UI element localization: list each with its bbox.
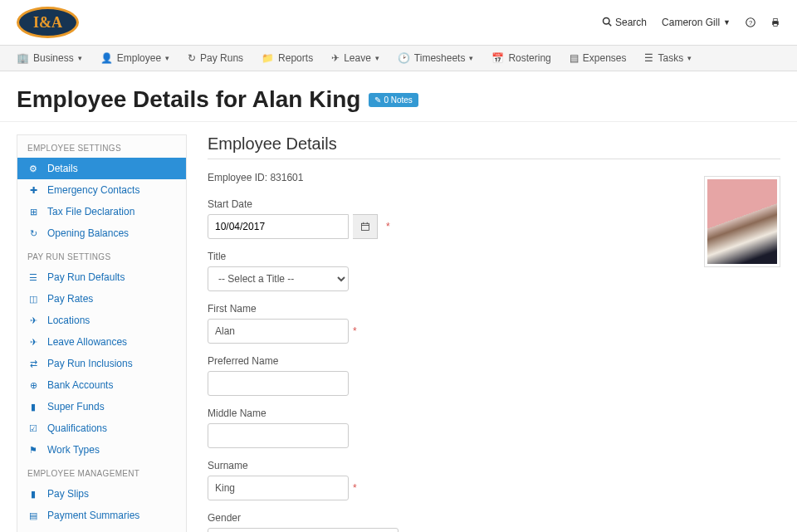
card-icon: ▤ — [570, 52, 579, 64]
refresh-icon: ↻ — [27, 228, 39, 239]
field-gender: Gender - Select - — [208, 512, 780, 532]
nav-bar: 🏢Business▾ 👤Employee▾ ↻Pay Runs 📁Reports… — [0, 45, 797, 71]
field-start-date: Start Date * — [208, 198, 780, 239]
sidebar-item-emergency[interactable]: ✚Emergency Contacts — [17, 179, 186, 201]
required-indicator: * — [353, 482, 357, 494]
svg-rect-6 — [774, 24, 778, 27]
field-title: Title -- Select a Title -- — [208, 251, 780, 291]
svg-point-0 — [604, 17, 610, 24]
surname-input[interactable] — [208, 476, 349, 500]
refresh-icon: ↻ — [188, 52, 196, 64]
sidebar-item-payruninc[interactable]: ⇄Pay Run Inclusions — [17, 353, 186, 374]
flag-icon: ⚑ — [27, 445, 39, 456]
plus-icon: ✚ — [27, 185, 39, 196]
doc-icon: ▮ — [27, 489, 39, 500]
sidebar-item-label: Super Funds — [47, 401, 105, 412]
nav-reports[interactable]: 📁Reports — [262, 52, 313, 64]
sidebar-item-payrundefaults[interactable]: ☰Pay Run Defaults — [17, 266, 186, 288]
nav-tasks[interactable]: ☰Tasks▾ — [644, 52, 692, 64]
top-right-group: Search Cameron Gill ▼ ? — [602, 17, 780, 29]
employee-id-value: 831601 — [270, 172, 303, 183]
user-icon: 👤 — [100, 52, 113, 64]
sidebar-heading: PAY RUN SETTINGS — [17, 244, 186, 266]
sidebar-item-bank[interactable]: ⊕Bank Accounts — [17, 374, 186, 396]
search-icon — [602, 17, 612, 29]
nav-employee[interactable]: 👤Employee▾ — [100, 52, 169, 64]
first-name-label: First Name — [208, 303, 780, 315]
nav-business[interactable]: 🏢Business▾ — [17, 52, 82, 64]
field-middle-name: Middle Name — [208, 408, 780, 448]
sidebar-item-super[interactable]: ▮Super Funds — [17, 396, 186, 417]
sidebar-item-label: Pay Run Inclusions — [47, 358, 133, 369]
search-label: Search — [615, 17, 647, 28]
caret-icon: ▾ — [687, 54, 692, 62]
notes-badge[interactable]: ✎ 0 Notes — [369, 93, 418, 107]
main-layout: EMPLOYEE SETTINGS ⚙Details ✚Emergency Co… — [0, 122, 797, 532]
sidebar-item-payslips[interactable]: ▮Pay Slips — [17, 483, 186, 505]
title-select[interactable]: -- Select a Title -- — [208, 266, 349, 291]
user-name: Cameron Gill — [662, 17, 720, 28]
grid-icon: ⊞ — [27, 207, 39, 217]
sidebar-item-qualifications[interactable]: ☑Qualifications — [17, 417, 186, 439]
nav-payruns[interactable]: ↻Pay Runs — [188, 52, 243, 64]
nav-expenses[interactable]: ▤Expenses — [570, 52, 627, 64]
user-menu[interactable]: Cameron Gill ▼ — [662, 17, 731, 28]
start-date-label: Start Date — [208, 198, 780, 210]
sidebar-item-label: Opening Balances — [47, 227, 129, 239]
sidebar-item-payrates[interactable]: ◫Pay Rates — [17, 288, 186, 310]
building-icon: 🏢 — [17, 52, 29, 64]
surname-label: Surname — [208, 460, 780, 471]
sidebar-item-label: Details — [47, 163, 78, 174]
avatar-image — [707, 179, 777, 264]
svg-rect-7 — [361, 223, 369, 230]
sidebar-heading: EMPLOYEE SETTINGS — [17, 135, 186, 158]
content-area: Employee Details Employee ID: 831601 Sta… — [208, 134, 780, 532]
sidebar-item-worktypes[interactable]: ⚑Work Types — [17, 439, 186, 461]
caret-icon: ▾ — [469, 54, 473, 62]
employee-avatar[interactable] — [704, 176, 780, 267]
sidebar-item-label: Bank Accounts — [47, 379, 113, 391]
help-button[interactable]: ? — [746, 17, 755, 27]
calendar-icon: 📅 — [491, 52, 504, 64]
nav-rostering[interactable]: 📅Rostering — [491, 52, 550, 64]
caret-icon: ▾ — [165, 54, 169, 62]
sidebar-item-paymentsum[interactable]: ▤Payment Summaries — [17, 505, 186, 526]
sidebar-item-locations[interactable]: ✈Locations — [17, 310, 186, 331]
gender-select[interactable]: - Select - — [208, 528, 398, 532]
sidebar-item-label: Qualifications — [47, 422, 107, 434]
sidebar-item-label: Payment Summaries — [47, 510, 139, 521]
middle-name-input[interactable] — [208, 423, 349, 448]
sidebar-item-taxfile[interactable]: ⊞Tax File Declaration — [17, 201, 186, 222]
calendar-button[interactable] — [353, 214, 378, 239]
sidebar-item-label: Pay Rates — [47, 293, 93, 305]
field-first-name: First Name * — [208, 303, 780, 344]
sidebar-item-label: Tax File Declaration — [47, 206, 134, 217]
nav-timesheets[interactable]: 🕑Timesheets▾ — [398, 52, 474, 64]
sidebar-item-label: Work Types — [47, 444, 100, 456]
summary-icon: ▤ — [27, 510, 39, 521]
start-date-input[interactable] — [208, 214, 349, 239]
page-title-row: Employee Details for Alan King ✎ 0 Notes — [0, 71, 797, 122]
money-icon: ◫ — [27, 294, 39, 305]
sidebar-item-label: Emergency Contacts — [47, 184, 139, 196]
plane-icon: ✈ — [27, 337, 39, 348]
swap-icon: ⇄ — [27, 359, 39, 369]
sidebar-item-documents[interactable]: ▮Documents — [17, 526, 186, 532]
print-button[interactable] — [770, 17, 780, 27]
field-surname: Surname * — [208, 460, 780, 500]
required-indicator: * — [353, 325, 357, 337]
preferred-name-input[interactable] — [208, 371, 349, 396]
nav-leave[interactable]: ✈Leave▾ — [331, 52, 379, 64]
first-name-input[interactable] — [208, 319, 349, 344]
print-icon — [770, 17, 780, 27]
sidebar-item-opening[interactable]: ↻Opening Balances — [17, 222, 186, 244]
caret-down-icon: ▼ — [723, 18, 731, 27]
page-title: Employee Details for Alan King — [17, 86, 360, 113]
notes-count: 0 Notes — [384, 95, 412, 105]
svg-text:?: ? — [749, 19, 752, 27]
field-preferred-name: Preferred Name — [208, 355, 780, 396]
sidebar-item-leaveallow[interactable]: ✈Leave Allowances — [17, 331, 186, 353]
sidebar-item-details[interactable]: ⚙Details — [17, 158, 186, 179]
search-link[interactable]: Search — [602, 17, 647, 29]
sidebar-item-label: Leave Allowances — [47, 336, 127, 348]
